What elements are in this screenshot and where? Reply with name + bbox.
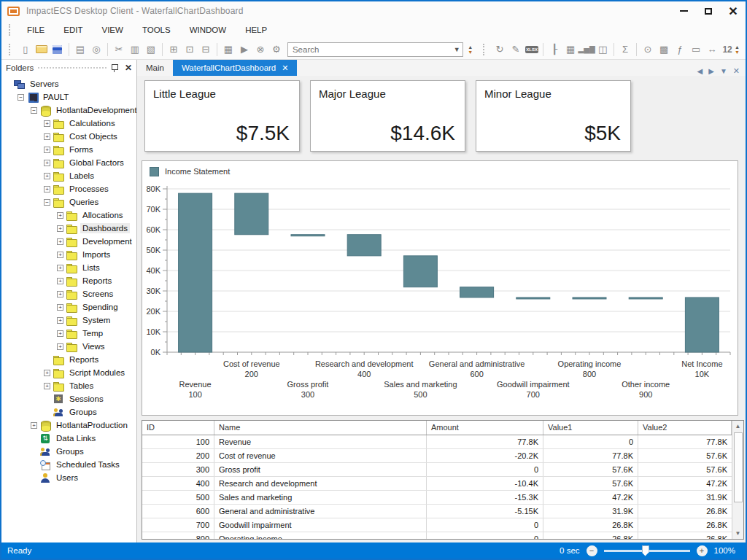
tree-item-temp[interactable]: +Temp bbox=[1, 327, 136, 340]
add-item-icon[interactable]: ⊞ bbox=[166, 42, 181, 57]
waterfall-bar-900[interactable] bbox=[629, 298, 662, 299]
expand-icon[interactable]: + bbox=[44, 173, 50, 179]
open-folder-icon[interactable] bbox=[34, 42, 49, 57]
pin-icon[interactable] bbox=[111, 63, 117, 73]
menu-view[interactable]: VIEW bbox=[93, 23, 133, 37]
tree-item-script-modules[interactable]: +Script Modules bbox=[1, 366, 136, 379]
expand-icon[interactable]: + bbox=[57, 225, 63, 232]
column-header-value1[interactable]: Value1 bbox=[543, 421, 638, 435]
expand-icon[interactable]: + bbox=[57, 252, 63, 258]
expand-icon[interactable]: + bbox=[57, 343, 63, 350]
tree-item-groups[interactable]: Groups bbox=[1, 445, 136, 458]
table-row[interactable]: 100Revenue77.8K077.8K bbox=[142, 435, 732, 449]
tree-item-reports[interactable]: Reports bbox=[1, 353, 136, 366]
cancel-icon[interactable]: ⊗ bbox=[253, 42, 268, 57]
search-dropdown-icon[interactable]: ▼ bbox=[451, 46, 462, 53]
table-row[interactable]: 500Sales and marketing-15.3K47.2K31.9K bbox=[142, 491, 732, 505]
tree-item-allocations[interactable]: +Allocations bbox=[1, 209, 136, 222]
expand-icon[interactable]: + bbox=[57, 330, 63, 337]
tab-scroll-right-icon[interactable]: ▶ bbox=[708, 67, 714, 75]
tab-waterfallchartdashboard[interactable]: WaterfallChartDashboard ✕ bbox=[173, 60, 298, 76]
print-icon[interactable]: ▤ bbox=[73, 42, 88, 57]
waterfall-bar-300[interactable] bbox=[291, 235, 325, 236]
collapse-icon[interactable]: − bbox=[44, 199, 50, 206]
settings-icon[interactable]: ⚙ bbox=[269, 42, 284, 57]
zoom-slider[interactable] bbox=[604, 550, 690, 552]
tree-item-development[interactable]: +Development bbox=[1, 235, 136, 248]
tab-main[interactable]: Main bbox=[137, 60, 173, 76]
search-input[interactable] bbox=[288, 45, 451, 54]
tree-item-imports[interactable]: +Imports bbox=[1, 248, 136, 261]
tree-item-lists[interactable]: +Lists bbox=[1, 261, 136, 274]
run-icon[interactable]: ▶ bbox=[237, 42, 252, 57]
waterfall-bar-100[interactable] bbox=[179, 193, 212, 352]
expand-icon[interactable]: + bbox=[44, 147, 50, 153]
menu-help[interactable]: HELP bbox=[236, 23, 276, 37]
tab-close-icon[interactable]: ✕ bbox=[282, 63, 288, 73]
new-document-icon[interactable]: ▯ bbox=[18, 42, 33, 57]
tab-bar-close-icon[interactable]: ✕ bbox=[733, 66, 740, 76]
collapse-icon[interactable]: − bbox=[31, 107, 37, 114]
export-xlsx-icon[interactable] bbox=[525, 42, 539, 57]
formula-field-icon[interactable]: ƒ bbox=[673, 42, 687, 57]
expand-icon[interactable]: + bbox=[44, 133, 50, 140]
waterfall-bar-400[interactable] bbox=[347, 235, 381, 256]
tree-item-pault[interactable]: −PAULT bbox=[1, 90, 136, 104]
expand-icon[interactable]: + bbox=[44, 160, 50, 166]
expand-icon[interactable]: + bbox=[57, 317, 63, 324]
collapse-icon[interactable]: − bbox=[18, 94, 24, 101]
waterfall-bar-10K[interactable] bbox=[685, 298, 719, 352]
tree-item-spending[interactable]: +Spending bbox=[1, 300, 136, 314]
tree-item-servers[interactable]: Servers bbox=[1, 77, 136, 90]
refresh-icon[interactable]: ↻ bbox=[492, 42, 507, 57]
paste-icon[interactable]: ▧ bbox=[144, 42, 158, 57]
sum-icon[interactable]: Σ bbox=[618, 42, 632, 57]
zoom-in-button[interactable]: + bbox=[697, 545, 708, 556]
maximize-button[interactable] bbox=[696, 1, 721, 20]
column-header-value2[interactable]: Value2 bbox=[638, 421, 732, 435]
table-row[interactable]: 400Research and development-10.4K57.6K47… bbox=[142, 477, 732, 491]
tree-item-system[interactable]: +System bbox=[1, 314, 136, 327]
tree-item-global-factors[interactable]: +Global Factors bbox=[1, 156, 136, 169]
menu-file[interactable]: FILE bbox=[18, 23, 54, 37]
expand-icon[interactable]: + bbox=[44, 120, 50, 127]
column-header-id[interactable]: ID bbox=[142, 421, 214, 435]
table-row[interactable]: 300Gross profit057.6K57.6K bbox=[142, 463, 732, 477]
tree-item-queries[interactable]: −Queries bbox=[1, 195, 136, 209]
search-expand-icons[interactable]: ▲▼ bbox=[468, 44, 473, 55]
column-header-amount[interactable]: Amount bbox=[427, 421, 543, 435]
expand-icon[interactable]: + bbox=[57, 265, 63, 271]
folders-close-icon[interactable]: ✕ bbox=[125, 63, 132, 73]
grid-view-icon[interactable]: ▦ bbox=[221, 42, 236, 57]
waterfall-bar-200[interactable] bbox=[235, 193, 268, 235]
save-file-icon[interactable] bbox=[50, 42, 65, 57]
tree-item-users[interactable]: Users bbox=[1, 471, 136, 484]
menu-window[interactable]: WINDOW bbox=[180, 23, 236, 37]
tree-item-data-links[interactable]: Data Links bbox=[1, 432, 136, 445]
expand-icon[interactable]: + bbox=[44, 383, 50, 389]
tree-item-calculations[interactable]: +Calculations bbox=[1, 117, 136, 130]
column-width-icon[interactable]: ↔ bbox=[705, 42, 719, 57]
tree-item-tables[interactable]: +Tables bbox=[1, 379, 136, 392]
cut-icon[interactable]: ✂ bbox=[112, 42, 126, 57]
scroll-down-icon[interactable]: ▼ bbox=[735, 528, 741, 539]
tree-item-reports[interactable]: +Reports bbox=[1, 274, 136, 287]
tab-list-dropdown-icon[interactable]: ▼ bbox=[720, 67, 727, 75]
lock-columns-icon[interactable]: ▩ bbox=[657, 42, 671, 57]
tree-item-screens[interactable]: +Screens bbox=[1, 287, 136, 300]
table-row[interactable]: 800Operating income026.8K26.8K bbox=[142, 532, 732, 540]
label-field-icon[interactable]: ▭ bbox=[689, 42, 703, 57]
tree-item-forms[interactable]: +Forms bbox=[1, 143, 136, 156]
tree-item-groups[interactable]: Groups bbox=[1, 405, 136, 419]
new-template-icon[interactable]: ⊟ bbox=[198, 42, 213, 57]
table-view-icon[interactable]: ▦ bbox=[563, 42, 578, 57]
waterfall-bar-500[interactable] bbox=[403, 256, 437, 287]
waterfall-bar-600[interactable] bbox=[460, 287, 494, 298]
menu-edit[interactable]: EDIT bbox=[54, 23, 92, 37]
expand-icon[interactable]: + bbox=[57, 238, 63, 245]
expand-icon[interactable]: + bbox=[31, 422, 37, 429]
edit-script-icon[interactable]: ✎ bbox=[508, 42, 523, 57]
grid-vertical-scrollbar[interactable]: ▲ ▼ bbox=[732, 421, 743, 539]
tree-item-scheduled-tasks[interactable]: Scheduled Tasks bbox=[1, 458, 136, 471]
waterfall-bar-700[interactable] bbox=[516, 298, 550, 299]
